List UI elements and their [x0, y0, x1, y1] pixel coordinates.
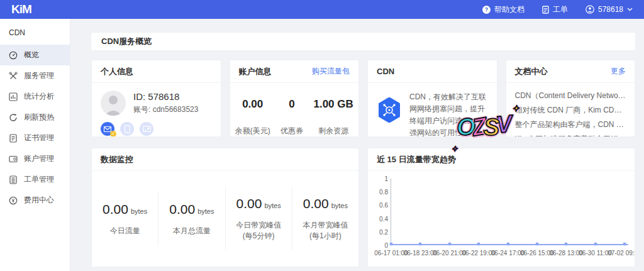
data-point-marker: [594, 242, 597, 245]
sidebar-item-label: 账户管理: [24, 153, 54, 164]
sidebar-item-label: 统计分析: [24, 91, 54, 102]
cdn-hexagon-icon: [377, 91, 402, 137]
y-tick-label: 0: [384, 242, 388, 249]
sidebar-item-label: 概览: [24, 50, 39, 60]
y-tick-label: 0.6: [379, 202, 388, 209]
doc-item[interactable]: CDN（Content Delivery Network），也即内容分发 ...: [515, 89, 626, 103]
x-tick-label: 06-30 11:00: [579, 250, 612, 257]
data-point-marker: [535, 242, 538, 245]
x-tick-label: 06-26 15:00: [520, 250, 553, 257]
data-point-marker: [565, 242, 568, 245]
personal-info-title: 个人信息: [101, 66, 133, 77]
x-tick-label: 06-24 17:00: [491, 250, 525, 257]
stat-value: 0.00: [303, 196, 329, 211]
x-tick-label: 06-20 21:00: [433, 250, 466, 257]
docs-more-link[interactable]: 更多: [611, 66, 626, 77]
data-point-marker: [477, 242, 480, 245]
stat-label: 本月带宽峰值 (每1小时): [292, 220, 358, 241]
top-navbar: KiM ? 帮助文档 工单 578618: [0, 0, 644, 19]
user-id-text: ID: 578618: [133, 91, 198, 102]
coupon-stat: 0 优惠券: [280, 98, 303, 136]
y-tick-label: 0.4: [379, 215, 388, 222]
buy-traffic-link[interactable]: 购买流量包: [312, 66, 350, 77]
idcard-verify-icon[interactable]: [140, 122, 153, 136]
x-tick-label: 06-28 13:00: [550, 250, 583, 257]
doc-item[interactable]: 整个产品架构由客户端，CDN 网络，企业源站， ...: [515, 118, 626, 132]
doc-item[interactable]: 相对传统 CDN 厂商，Kim CDN 服务完全实现全自 ...: [515, 103, 626, 118]
data-monitor-title: 数据监控: [101, 154, 133, 165]
certificate-icon: [9, 134, 18, 143]
stat-value: 0.00: [103, 202, 128, 216]
docs-center-title: 文档中心: [515, 66, 548, 77]
account-info-title: 账户信息: [239, 66, 272, 77]
sidebar-item-label: 证书管理: [24, 133, 54, 143]
page-title: CDN服务概览: [91, 33, 635, 50]
x-tick-label: 06-22 19:00: [462, 250, 495, 257]
stat-label: 今日流量: [92, 226, 158, 236]
user-account-text: 账号: cdn56683523: [133, 104, 198, 115]
app-logo[interactable]: KiM: [11, 3, 31, 16]
user-icon: [586, 5, 594, 14]
sidebar-item-service-mgmt[interactable]: 服务管理: [0, 65, 70, 86]
bar-chart-icon: [9, 92, 18, 101]
sidebar-item-stats[interactable]: 统计分析: [0, 86, 70, 107]
stat-label: 本月总流量: [158, 226, 225, 236]
stat-unit: bytes: [131, 207, 147, 215]
chart-area: 00.20.40.60.8106-17 01:0006-18 23:0006-2…: [368, 171, 635, 267]
phone-verify-icon[interactable]: [120, 122, 134, 136]
monitor-stat: 0.00bytes本月总流量: [158, 193, 225, 245]
coin-icon: [9, 196, 18, 205]
x-tick-label: 06-18 23:00: [404, 250, 437, 257]
gauge-icon: [9, 51, 18, 60]
monitor-stat: 0.00bytes今日流量: [92, 193, 158, 245]
x-tick-label: 06-17 01:00: [374, 250, 408, 257]
data-point-marker: [506, 242, 509, 245]
ticket-link[interactable]: 工单: [542, 4, 568, 15]
y-tick-label: 0.2: [379, 228, 388, 235]
sidebar-item-ticket-mgmt[interactable]: 工单管理: [0, 169, 70, 190]
verified-badge-icon: ✓: [110, 131, 116, 137]
monitor-stat: 0.00bytes今日带宽峰值 (每5分钟): [225, 187, 292, 250]
user-menu[interactable]: 578618: [586, 5, 633, 14]
data-monitor-card: 数据监控 0.00bytes今日流量0.00bytes本月总流量0.00byte…: [91, 148, 359, 267]
resource-stat: 1.00 GB 剩余资源: [313, 98, 353, 136]
data-point-marker: [419, 242, 422, 245]
cdn-card-title: CDN: [377, 67, 394, 76]
monitor-stat: 0.00bytes本月带宽峰值 (每1小时): [292, 187, 358, 250]
doc-item[interactable]: Kim全网加速服务完美融合了Kim对象存储和 CDN ...: [515, 132, 626, 137]
balance-label: 余额(美元): [235, 126, 270, 136]
cdn-product-card: CDN CDN，有效解决了互联网网络拥塞问题，提升终端用户访问速度，增强网站的可…: [367, 60, 497, 137]
question-circle-icon: ?: [482, 6, 491, 14]
refresh-icon: [9, 113, 18, 122]
sidebar-item-account-mgmt[interactable]: 账户管理: [0, 148, 70, 169]
help-docs-link[interactable]: ? 帮助文档: [482, 4, 525, 15]
docs-center-card: 文档中心 更多 CDN（Content Delivery Network），也即…: [506, 60, 636, 137]
sidebar-item-overview[interactable]: 概览: [0, 45, 70, 65]
sidebar-item-label: 服务管理: [24, 70, 54, 81]
cdn-description: CDN，有效解决了互联网网络拥塞问题，提升终端用户访问速度，增强网站的可用性，同…: [409, 91, 488, 137]
sidebar-item-billing[interactable]: 费用中心: [0, 190, 70, 211]
resource-value: 1.00 GB: [313, 98, 353, 111]
balance-value: 0.00: [235, 98, 270, 111]
coupon-value: 0: [280, 98, 303, 111]
work-order-icon: [9, 175, 18, 184]
stat-unit: bytes: [264, 202, 280, 209]
tools-icon: [9, 72, 18, 80]
account-info-card: 账户信息 购买流量包 0.00 余额(美元) 0 优惠券 1.00 GB 剩余资…: [230, 60, 360, 137]
y-tick-label: 0.8: [379, 189, 388, 196]
personal-info-card: 个人信息 ID: 578618 账号: cdn56683523 ✓: [91, 60, 221, 137]
stat-label: 今日带宽峰值 (每5分钟): [226, 220, 292, 241]
stat-unit: bytes: [197, 207, 214, 215]
email-verified-icon[interactable]: ✓: [101, 122, 114, 136]
data-point-marker: [623, 242, 626, 245]
series-line: [391, 244, 628, 245]
coupon-label: 优惠券: [280, 126, 303, 136]
sidebar-item-refresh[interactable]: 刷新预热: [0, 107, 70, 128]
help-docs-label: 帮助文档: [494, 4, 525, 15]
sidebar-item-label: 费用中心: [24, 195, 54, 206]
sidebar-section-title: CDN: [0, 19, 70, 45]
chevron-down-icon: [627, 8, 633, 11]
chart-title: 近 15 日流量带宽趋势: [377, 154, 456, 165]
sidebar-item-cert-mgmt[interactable]: 证书管理: [0, 128, 70, 148]
avatar: [101, 91, 126, 116]
